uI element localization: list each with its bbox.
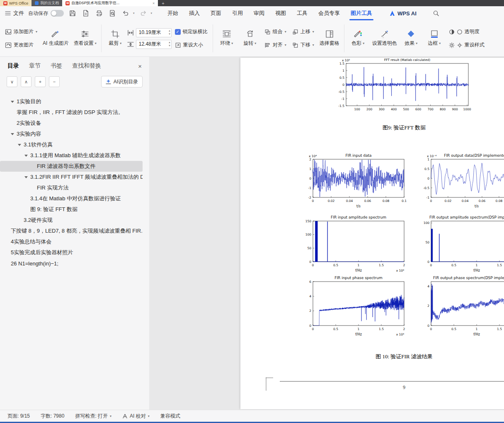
autosave-toggle[interactable]: [51, 10, 64, 17]
tab-contents[interactable]: 目录: [7, 62, 19, 70]
brightness-circle-icon[interactable]: [457, 29, 463, 35]
border-button[interactable]: 边框 ▾: [423, 22, 446, 55]
word-count[interactable]: 字数: 7980: [41, 413, 64, 420]
rotate-button[interactable]: 旋转 ▾: [239, 22, 261, 55]
figure-fft[interactable]: FFT result (Matlab calculated)x 10⁸1.510…: [327, 57, 474, 119]
undo-caret-icon[interactable]: ▾: [133, 12, 135, 15]
expand-triangle-icon[interactable]: [11, 133, 14, 135]
undo-button[interactable]: [121, 9, 130, 18]
outline-item[interactable]: 下按键 8，9，LED7, 8 都亮，实现频域滤波重叠相 FIR...: [0, 226, 143, 236]
expand-triangle-icon[interactable]: [18, 144, 21, 146]
view-settings-button[interactable]: 查看设置 ▾: [72, 22, 99, 55]
height-input[interactable]: [136, 40, 172, 49]
cloud-docs-tab[interactable]: 我的云文档: [32, 0, 62, 6]
document-area[interactable]: 图9: 验证FFT 数据 图 10: 验证FIR 滤波结果 9 FFT resu…: [149, 57, 504, 410]
menu-tab-图片工具[interactable]: 图片工具: [345, 6, 378, 20]
change-image-button[interactable]: 更改图片: [2, 40, 40, 51]
search-button[interactable]: [431, 9, 441, 18]
ai-recognize-toc-button[interactable]: AI识别目录: [101, 76, 143, 88]
redo-button[interactable]: [139, 9, 148, 18]
outline-item[interactable]: 26 N1=length(in)−1;: [0, 258, 143, 269]
wps-ai-button[interactable]: WPS AI: [389, 10, 417, 17]
document-tab[interactable]: W 自激DSP技术与应用数字信... ×: [62, 0, 158, 6]
outline-item[interactable]: 掌握 FIR，IIR，FFT 滤波的 DSP 实现方法。: [0, 107, 143, 118]
outline-item[interactable]: FIR 滤波器导出系数文件: [0, 161, 143, 172]
group-button[interactable]: 组合 ▾: [262, 27, 289, 37]
effect-button[interactable]: 效果 ▾: [400, 22, 422, 55]
lock-aspect-ratio-checkbox[interactable]: ✓ 锁定纵横比: [172, 27, 210, 37]
menu-tab-会员专享[interactable]: 会员专享: [313, 6, 345, 20]
redo-caret-icon[interactable]: ▾: [151, 12, 153, 15]
outline-item[interactable]: FIR 实现方法: [0, 182, 143, 193]
outline-item[interactable]: 3.1.2FIR IIR FFT IFFT 频域滤波重叠相加法的 DS...: [0, 172, 143, 182]
ai-proofread-button[interactable]: AI 校对 ▾: [122, 413, 150, 420]
autosave-control[interactable]: 自动保存: [28, 10, 64, 17]
outline-item[interactable]: 1实验目的: [0, 96, 143, 107]
outline-item[interactable]: 3.1.1使用 Matlab 辅助生成滤波器系数: [0, 150, 143, 161]
figure-p3[interactable]: FIR input amplitude spectrum15010050000.…: [294, 214, 410, 275]
add-image-button[interactable]: 添加图片 ▾: [2, 27, 40, 37]
outline-item[interactable]: 3.2硬件实现: [0, 215, 143, 226]
outline-item[interactable]: 4实验总结与体会: [0, 236, 143, 247]
outline-item[interactable]: 图 9: 验证 FFT 数据: [0, 204, 143, 215]
crop-button[interactable]: 裁剪 ▾: [104, 22, 126, 55]
send-backward-button[interactable]: 下移 ▾: [290, 40, 317, 51]
page[interactable]: 图9: 验证FFT 数据 图 10: 验证FIR 滤波结果 9 FFT resu…: [240, 58, 504, 409]
outline-item[interactable]: 3.1.4在 Matlab 中对仿真数据进行验证: [0, 193, 143, 204]
set-transparent-color-button[interactable]: 设置透明色: [370, 22, 399, 55]
save-button[interactable]: [68, 9, 77, 18]
figure-p5[interactable]: FIR input phase spectrum642000.511.52f/H…: [294, 275, 410, 339]
outline-item[interactable]: 3.1软件仿真: [0, 139, 143, 150]
page-indicator[interactable]: 页面: 9/15: [7, 413, 30, 420]
wrap-button[interactable]: 环绕 ▾: [216, 22, 238, 55]
width-spinner[interactable]: ▴▾: [169, 29, 170, 36]
close-tab-icon[interactable]: ×: [153, 1, 155, 5]
reset-style-label[interactable]: 重设样式: [465, 41, 485, 49]
tab-find-replace[interactable]: 查找和替换: [72, 62, 101, 70]
menu-tab-视图[interactable]: 视图: [270, 6, 291, 20]
file-menu-button[interactable]: 文件: [5, 10, 24, 17]
ai-generate-image-button[interactable]: AI 生成图片: [41, 22, 71, 55]
figure-p6[interactable]: FIR output phase spectrum(DSP implemente…: [412, 275, 504, 339]
brightness-down-icon[interactable]: [457, 42, 463, 48]
brightness-up-icon[interactable]: [449, 42, 455, 48]
export-pdf-button[interactable]: [81, 9, 90, 18]
sidebar-close-icon[interactable]: ×: [138, 63, 142, 70]
outline-item[interactable]: 2实验设备: [0, 118, 143, 129]
reset-size-button[interactable]: 重设大小: [172, 40, 210, 51]
figure-p2[interactable]: FIR output data(DSP implemented)x 10⁻⁴10…: [412, 153, 504, 211]
collapse-all-button[interactable]: ∨: [7, 76, 17, 87]
expand-triangle-icon[interactable]: [24, 155, 28, 157]
selection-pane-button[interactable]: 选择窗格: [317, 22, 342, 55]
height-spinner[interactable]: ▴▾: [169, 41, 170, 47]
menu-tab-插入[interactable]: 插入: [184, 6, 205, 20]
spellcheck-status[interactable]: 拼写检查: 打开 ▾: [75, 413, 111, 420]
align-button[interactable]: 对齐 ▾: [262, 40, 289, 51]
compatibility-mode[interactable]: 兼容模式: [160, 413, 180, 420]
bring-forward-button[interactable]: 上移 ▾: [290, 27, 317, 37]
menu-tab-页面[interactable]: 页面: [205, 6, 227, 20]
outline-item[interactable]: 3实验内容: [0, 129, 143, 139]
menu-tab-引用[interactable]: 引用: [227, 6, 248, 20]
tab-chapters[interactable]: 章节: [29, 62, 41, 70]
outline-item[interactable]: 5实验完成后实验器材照片: [0, 247, 143, 258]
zoom-in-outline-button[interactable]: +: [35, 76, 46, 87]
color-button[interactable]: 色彩 ▾: [347, 22, 369, 55]
new-tab-button[interactable]: +: [158, 0, 168, 6]
home-tab[interactable]: W WPS Office: [0, 0, 32, 6]
print-button[interactable]: [94, 9, 104, 18]
expand-triangle-icon[interactable]: [11, 101, 14, 103]
contrast-icon[interactable]: [449, 29, 455, 35]
menu-tab-审阅[interactable]: 审阅: [248, 6, 270, 20]
figure-p4[interactable]: FIR output amplitude spectrum(DSP implem…: [412, 214, 504, 275]
figure-p1[interactable]: FIR input datax 10⁴210-1-200.020.040.060…: [294, 153, 410, 211]
expand-all-button[interactable]: ∧: [21, 76, 32, 87]
print-preview-button[interactable]: [108, 9, 117, 18]
width-input[interactable]: [136, 28, 172, 37]
tab-bookmarks[interactable]: 书签: [51, 62, 62, 70]
menu-tab-开始[interactable]: 开始: [162, 6, 184, 20]
menu-tab-工具[interactable]: 工具: [291, 6, 313, 20]
zoom-out-outline-button[interactable]: −: [49, 76, 60, 87]
transparency-label[interactable]: 透明度: [465, 28, 480, 35]
expand-triangle-icon[interactable]: [24, 176, 28, 178]
